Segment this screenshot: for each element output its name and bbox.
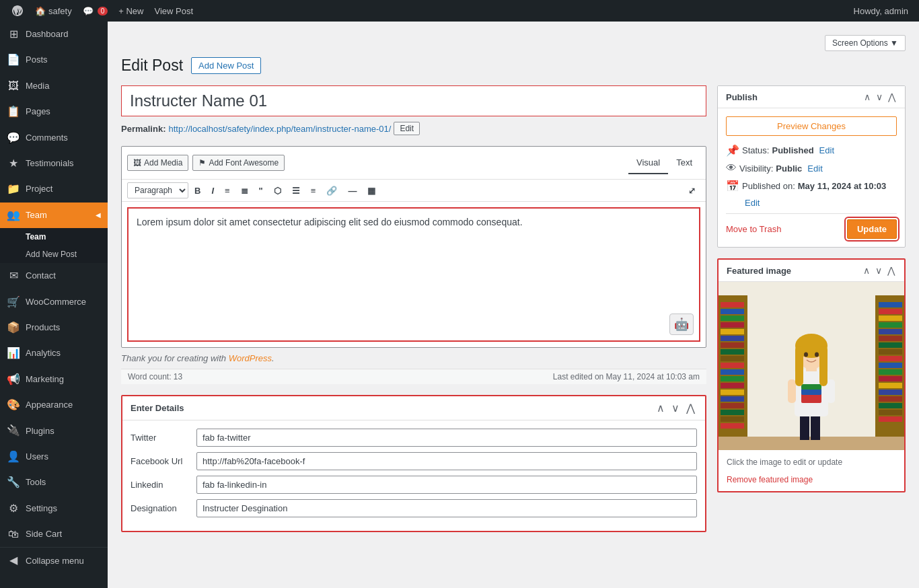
update-button[interactable]: Update: [847, 219, 897, 239]
bold-button[interactable]: B: [190, 183, 205, 198]
featured-image-box: Featured image ∧ ∨ ⋀: [717, 258, 906, 492]
woocommerce-icon: 🛒: [7, 295, 20, 309]
sidebar-item-project[interactable]: 📁 Project: [0, 176, 108, 202]
adminbar-comments[interactable]: 💬 0: [77, 0, 114, 22]
adminbar-new[interactable]: + New: [113, 0, 149, 22]
move-to-trash-link[interactable]: Move to Trash: [726, 224, 781, 234]
align-right-button[interactable]: ≡: [306, 183, 321, 198]
ul-button[interactable]: ≡: [220, 183, 235, 198]
contact-icon: ✉: [7, 268, 20, 283]
table-button[interactable]: ▦: [363, 183, 380, 198]
blockquote-button[interactable]: ": [254, 183, 268, 198]
sidebar-item-tools[interactable]: 🔧 Tools: [0, 470, 108, 495]
editor-content[interactable]: Lorem ipsum dolor sit amet consectetur a…: [127, 207, 700, 342]
sidebar-item-posts[interactable]: 📄 Posts: [0, 47, 108, 73]
tab-text[interactable]: Text: [668, 152, 700, 174]
featured-collapse-up[interactable]: ∧: [862, 265, 871, 276]
preview-changes-button[interactable]: Preview Changes: [726, 116, 897, 136]
svg-rect-36: [879, 396, 902, 402]
featured-expand[interactable]: ⋀: [886, 265, 896, 276]
svg-rect-2: [721, 302, 744, 307]
ai-assistant-icon[interactable]: 🤖: [669, 314, 694, 335]
svg-rect-34: [879, 383, 902, 388]
expand-button[interactable]: ⤢: [684, 183, 700, 198]
permalink-bar: Permalink: http://localhost/safety/index…: [121, 122, 706, 135]
sidebar-item-sidecart[interactable]: 🛍 Side Cart: [0, 521, 108, 547]
designation-input[interactable]: [196, 499, 697, 517]
collapse-menu[interactable]: ◀ Collapse menu: [0, 547, 108, 573]
sidebar-item-woocommerce[interactable]: 🛒 WooCommerce: [0, 289, 108, 315]
facebook-input[interactable]: [196, 452, 697, 470]
sidecart-icon: 🛍: [7, 527, 20, 542]
add-new-post-button[interactable]: Add New Post: [191, 57, 261, 74]
permalink-edit-button[interactable]: Edit: [394, 122, 420, 135]
sidebar-item-products[interactable]: 📦 Products: [0, 315, 108, 340]
post-title-input[interactable]: [121, 85, 706, 116]
visibility-edit-link[interactable]: Edit: [807, 163, 822, 174]
sidebar-item-team[interactable]: 👥 Team ◀: [0, 203, 108, 228]
sidebar-item-pages[interactable]: 📋 Pages: [0, 99, 108, 124]
sidebar-item-comments[interactable]: 💬 Comments: [0, 125, 108, 151]
sidebar-subitem-team[interactable]: Team: [0, 228, 108, 246]
align-center-button[interactable]: ☰: [287, 183, 305, 198]
svg-rect-53: [819, 346, 828, 386]
svg-rect-37: [879, 403, 902, 408]
sidebar-item-media[interactable]: 🖼 Media: [0, 73, 108, 99]
svg-rect-29: [879, 349, 902, 355]
enter-details-expand[interactable]: ⋀: [684, 402, 697, 414]
svg-point-54: [804, 353, 808, 357]
align-left-button[interactable]: ⬡: [269, 183, 286, 198]
published-on-edit-link[interactable]: Edit: [745, 198, 760, 208]
link-button[interactable]: 🔗: [322, 183, 342, 198]
sidebar-item-contact[interactable]: ✉ Contact: [0, 263, 108, 289]
visibility-value: Public: [776, 163, 802, 174]
publish-expand[interactable]: ⋀: [887, 91, 897, 102]
publish-collapse-up[interactable]: ∧: [862, 91, 872, 102]
svg-rect-47: [788, 379, 796, 403]
sidebar-item-users[interactable]: 👤 Users: [0, 444, 108, 470]
word-count: Word count: 13: [128, 372, 182, 381]
appearance-icon: 🎨: [7, 398, 20, 412]
permalink-url[interactable]: http://localhost/safety/index.php/team/i…: [168, 124, 391, 134]
plugins-icon: 🔌: [7, 423, 20, 438]
featured-image-container[interactable]: [719, 282, 904, 452]
wp-logo[interactable]: [5, 4, 30, 17]
sidebar-item-appearance[interactable]: 🎨 Appearance: [0, 392, 108, 418]
adminbar-view-post[interactable]: View Post: [149, 0, 198, 22]
publish-body: Preview Changes 📌 Status: Published Edit…: [718, 108, 905, 247]
publish-title: Publish: [726, 92, 758, 102]
svg-rect-52: [795, 346, 803, 386]
sidebar-subitem-add-new[interactable]: Add New Post: [0, 246, 108, 263]
publish-collapse-down[interactable]: ∨: [875, 91, 884, 102]
paragraph-select[interactable]: Paragraph: [127, 182, 188, 198]
more-button[interactable]: —: [343, 183, 361, 198]
svg-rect-18: [721, 410, 744, 415]
screen-options-button[interactable]: Screen Options ▼: [825, 35, 906, 51]
sidebar-item-marketing[interactable]: 📢 Marketing: [0, 367, 108, 392]
enter-details-collapse-down[interactable]: ∨: [669, 402, 682, 414]
tab-visual[interactable]: Visual: [628, 152, 668, 174]
add-font-awesome-button[interactable]: ⚑ Add Font Awesome: [192, 155, 285, 171]
wordpress-link[interactable]: WordPress: [229, 353, 272, 363]
twitter-input[interactable]: [196, 429, 697, 447]
linkedin-input[interactable]: [196, 476, 697, 494]
team-submenu: Team Add New Post: [0, 228, 108, 263]
add-media-icon: 🖼: [133, 158, 141, 168]
sidebar-item-testimonials[interactable]: ★ Testimonials: [0, 151, 108, 176]
sidebar-item-dashboard[interactable]: ⊞ Dashboard: [0, 22, 108, 47]
featured-collapse-down[interactable]: ∨: [874, 265, 883, 276]
facebook-field-row: Facebook Url: [131, 452, 697, 470]
enter-details-collapse-up[interactable]: ∧: [655, 402, 667, 414]
sidebar-item-settings[interactable]: ⚙ Settings: [0, 496, 108, 521]
sidebar-item-analytics[interactable]: 📊 Analytics: [0, 340, 108, 366]
ol-button[interactable]: ≣: [236, 183, 253, 198]
svg-rect-25: [879, 322, 902, 328]
designation-field-row: Designation: [131, 499, 697, 517]
remove-featured-image-link[interactable]: Remove featured image: [719, 472, 904, 491]
italic-button[interactable]: I: [207, 183, 219, 198]
add-media-button[interactable]: 🖼 Add Media: [127, 155, 188, 171]
status-edit-link[interactable]: Edit: [819, 145, 834, 155]
comments-icon: 💬: [7, 131, 20, 145]
sidebar-item-plugins[interactable]: 🔌 Plugins: [0, 418, 108, 443]
adminbar-site[interactable]: 🏠 safety: [30, 0, 77, 22]
